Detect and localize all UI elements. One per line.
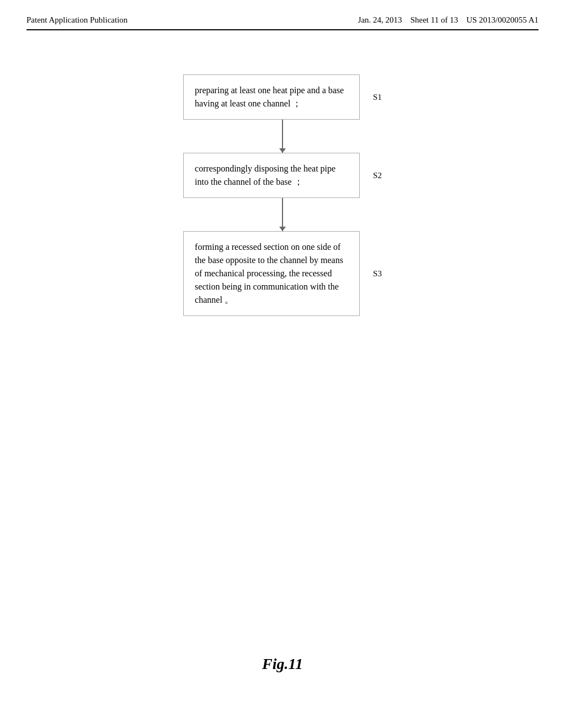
step-s3-row: forming a recessed section on one side o… <box>183 231 382 316</box>
step-s3-label: S3 <box>373 269 382 279</box>
header-right: Jan. 24, 2013 Sheet 11 of 13 US 2013/002… <box>358 15 539 25</box>
step-s2-box: correspondingly disposing the heat pipe … <box>183 153 360 198</box>
step-s2-text: correspondingly disposing the heat pipe … <box>195 164 335 186</box>
step-s1-row: preparing at least one heat pipe and a b… <box>183 74 382 120</box>
connector-s1-s2 <box>194 120 371 153</box>
step-s3-box: forming a recessed section on one side o… <box>183 231 360 316</box>
step-s1-text: preparing at least one heat pipe and a b… <box>195 85 344 108</box>
figure-label: Fig.11 <box>262 655 303 673</box>
publication-date-sheet: Jan. 24, 2013 Sheet 11 of 13 US 2013/002… <box>358 15 539 25</box>
connector-line-1 <box>282 120 283 153</box>
step-s1-label: S1 <box>373 93 382 102</box>
connector-s2-s3 <box>194 198 371 231</box>
step-s3-text: forming a recessed section on one side o… <box>195 242 343 304</box>
step-s2-row: correspondingly disposing the heat pipe … <box>183 153 382 198</box>
connector-line-2 <box>282 198 283 231</box>
header-left: Patent Application Publication <box>26 15 127 25</box>
diagram-area: preparing at least one heat pipe and a b… <box>0 30 565 316</box>
step-s2-label: S2 <box>373 171 382 180</box>
page-header: Patent Application Publication Jan. 24, … <box>0 0 565 25</box>
publication-title: Patent Application Publication <box>26 15 127 25</box>
step-s1-box: preparing at least one heat pipe and a b… <box>183 74 360 120</box>
